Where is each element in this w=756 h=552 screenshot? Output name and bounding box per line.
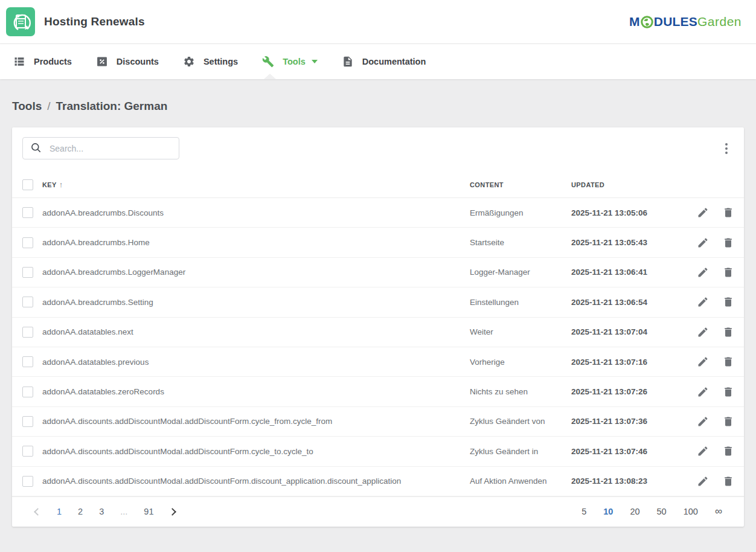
nav-item-documentation[interactable]: Documentation bbox=[342, 56, 438, 68]
delete-button[interactable] bbox=[722, 326, 734, 338]
page-ellipsis: ... bbox=[120, 507, 127, 516]
delete-button[interactable] bbox=[722, 207, 734, 219]
edit-button[interactable] bbox=[697, 475, 709, 487]
pencil-icon bbox=[697, 475, 709, 487]
page-size-5[interactable]: 5 bbox=[581, 507, 586, 516]
row-updated: 2025-11-21 13:08:23 bbox=[571, 477, 686, 486]
row-content: Weiter bbox=[470, 327, 571, 336]
row-content: Vorherige bbox=[470, 358, 571, 367]
breadcrumb: Tools / Translation: German bbox=[0, 79, 756, 127]
row-key: addonAA.discounts.addDiscountModal.addDi… bbox=[42, 447, 470, 456]
page-number-2[interactable]: 2 bbox=[78, 507, 83, 516]
page-size-unlimited[interactable]: ∞ bbox=[715, 505, 722, 518]
delete-button[interactable] bbox=[722, 416, 734, 428]
trash-icon bbox=[722, 416, 734, 428]
row-checkbox[interactable] bbox=[22, 297, 33, 307]
breadcrumb-tools-link[interactable]: Tools bbox=[12, 100, 42, 113]
delete-button[interactable] bbox=[722, 386, 734, 398]
delete-button[interactable] bbox=[722, 266, 734, 278]
row-checkbox[interactable] bbox=[22, 267, 33, 278]
trash-icon bbox=[722, 237, 734, 249]
pencil-icon bbox=[697, 416, 709, 428]
edit-button[interactable] bbox=[697, 445, 709, 457]
row-checkbox[interactable] bbox=[22, 237, 33, 248]
page-size-20[interactable]: 20 bbox=[630, 507, 639, 516]
edit-button[interactable] bbox=[697, 356, 709, 368]
column-header-updated[interactable]: UPDATED bbox=[571, 181, 686, 188]
row-updated: 2025-11-21 13:07:26 bbox=[571, 387, 686, 396]
row-content: Einstellungen bbox=[470, 298, 571, 307]
nav-item-tools[interactable]: Tools bbox=[262, 56, 330, 68]
row-checkbox[interactable] bbox=[22, 327, 33, 338]
row-checkbox[interactable] bbox=[22, 207, 33, 218]
sort-asc-icon: ↑ bbox=[59, 180, 63, 189]
row-key: addonAA.datatables.next bbox=[42, 327, 470, 336]
page-number-91[interactable]: 91 bbox=[144, 507, 153, 516]
pencil-icon bbox=[697, 326, 709, 338]
page-number-3[interactable]: 3 bbox=[99, 507, 104, 516]
table-row: addonAA.datatables.previous Vorherige 20… bbox=[12, 347, 744, 377]
row-content: Zyklus Geändert von bbox=[470, 417, 571, 426]
row-updated: 2025-11-21 13:05:43 bbox=[571, 238, 686, 247]
table-row: addonAA.discounts.addDiscountModal.addDi… bbox=[12, 407, 744, 437]
table-row: addonAA.datatables.zeroRecords Nichts zu… bbox=[12, 377, 744, 406]
edit-button[interactable] bbox=[697, 237, 709, 249]
delete-button[interactable] bbox=[722, 237, 734, 249]
trash-icon bbox=[722, 266, 734, 278]
pencil-icon bbox=[697, 296, 709, 308]
nav-label: Products bbox=[34, 57, 72, 66]
delete-button[interactable] bbox=[722, 475, 734, 487]
row-checkbox[interactable] bbox=[22, 416, 33, 427]
row-content: Auf Aktion Anwenden bbox=[470, 477, 571, 486]
table-row: addonAA.breadcrumbs.Discounts Ermäßigung… bbox=[12, 198, 744, 228]
table-row: addonAA.discounts.addDiscountModal.addDi… bbox=[12, 437, 744, 466]
pencil-icon bbox=[697, 445, 709, 457]
main-nav: Products Discounts Settings Tools Docume… bbox=[0, 44, 756, 79]
page-size-100[interactable]: 100 bbox=[684, 507, 698, 516]
edit-button[interactable] bbox=[697, 416, 709, 428]
row-checkbox[interactable] bbox=[22, 476, 33, 487]
list-icon bbox=[13, 56, 25, 68]
row-checkbox[interactable] bbox=[22, 387, 33, 397]
globe-icon bbox=[641, 16, 653, 28]
row-content: Nichts zu sehen bbox=[470, 387, 571, 396]
modulesgarden-logo[interactable]: M DULES Garden bbox=[629, 14, 742, 29]
delete-button[interactable] bbox=[722, 445, 734, 457]
chevron-right-icon[interactable] bbox=[169, 508, 177, 516]
row-updated: 2025-11-21 13:07:46 bbox=[571, 447, 686, 456]
chevron-left-icon[interactable] bbox=[34, 508, 42, 516]
page-size-10[interactable]: 10 bbox=[603, 507, 613, 516]
page-number-1[interactable]: 1 bbox=[57, 507, 62, 516]
nav-label: Documentation bbox=[362, 57, 426, 66]
table-header-row: KEY↑ CONTENT UPDATED bbox=[12, 172, 744, 198]
table-toolbar bbox=[12, 127, 744, 172]
trash-icon bbox=[722, 296, 734, 308]
edit-button[interactable] bbox=[697, 207, 709, 219]
select-all-checkbox[interactable] bbox=[22, 179, 33, 190]
row-key: addonAA.datatables.previous bbox=[42, 358, 470, 367]
nav-label: Discounts bbox=[117, 57, 159, 66]
delete-button[interactable] bbox=[722, 356, 734, 368]
search-input[interactable] bbox=[22, 137, 179, 159]
column-header-key[interactable]: KEY↑ bbox=[42, 180, 470, 189]
search-box bbox=[22, 137, 179, 159]
row-key: addonAA.breadcrumbs.Home bbox=[42, 238, 470, 247]
row-checkbox[interactable] bbox=[22, 356, 33, 367]
document-icon bbox=[342, 56, 354, 68]
delete-button[interactable] bbox=[722, 296, 734, 308]
edit-button[interactable] bbox=[697, 386, 709, 398]
nav-item-settings[interactable]: Settings bbox=[183, 56, 250, 68]
row-checkbox[interactable] bbox=[22, 446, 33, 457]
page-size-50[interactable]: 50 bbox=[657, 507, 667, 516]
kebab-menu-icon[interactable] bbox=[719, 140, 734, 158]
row-key: addonAA.datatables.zeroRecords bbox=[42, 387, 470, 396]
edit-button[interactable] bbox=[697, 326, 709, 338]
edit-button[interactable] bbox=[697, 296, 709, 308]
edit-button[interactable] bbox=[697, 266, 709, 278]
table-body: addonAA.breadcrumbs.Discounts Ermäßigung… bbox=[12, 198, 744, 496]
nav-label: Settings bbox=[203, 57, 238, 66]
trash-icon bbox=[722, 207, 734, 219]
column-header-content[interactable]: CONTENT bbox=[470, 181, 571, 188]
nav-item-products[interactable]: Products bbox=[13, 56, 84, 68]
nav-item-discounts[interactable]: Discounts bbox=[96, 56, 171, 68]
